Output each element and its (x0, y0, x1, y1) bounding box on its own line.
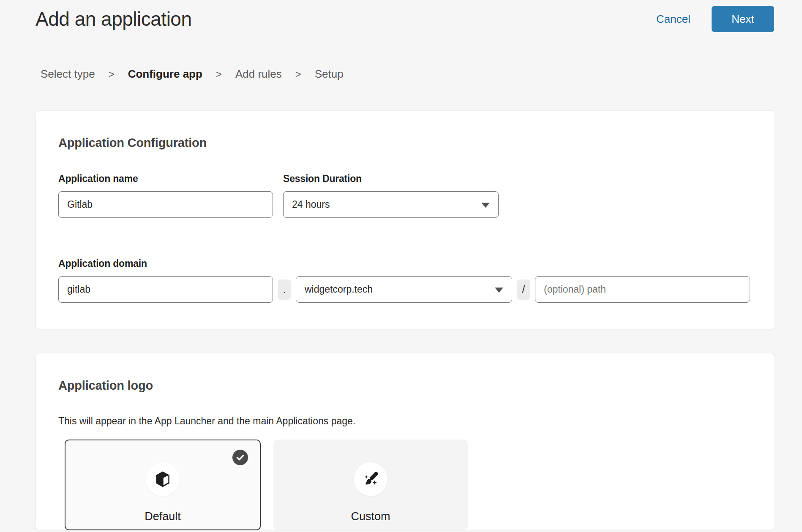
breadcrumb-step-add-rules[interactable]: Add rules (235, 68, 282, 81)
page-header: Add an application Cancel Next (0, 0, 802, 32)
logo-option-custom-label: Custom (274, 510, 467, 523)
check-icon (232, 450, 248, 465)
session-duration-field-group: Session Duration 24 hours (283, 173, 499, 218)
application-domain-row: . widgetcorp.tech / (58, 276, 751, 303)
name-session-row: Application name Session Duration 24 hou… (58, 173, 751, 218)
slash-separator: / (517, 280, 530, 300)
breadcrumb-step-select-type[interactable]: Select type (41, 68, 95, 81)
breadcrumb-separator: > (109, 68, 115, 80)
page-title: Add an application (35, 8, 656, 30)
chevron-down-icon (481, 203, 490, 208)
application-name-input[interactable] (58, 191, 273, 218)
cube-icon (154, 470, 172, 488)
cancel-button[interactable]: Cancel (656, 13, 690, 26)
application-domain-label: Application domain (58, 258, 751, 269)
subdomain-input[interactable] (58, 276, 273, 303)
logo-option-default-label: Default (65, 510, 260, 523)
logo-option-custom[interactable]: Custom (273, 440, 468, 530)
breadcrumb: Select type > Configure app > Add rules … (41, 68, 802, 81)
breadcrumb-separator: > (216, 68, 222, 80)
application-domain-field-group: Application domain . widgetcorp.tech / (58, 258, 751, 303)
session-duration-select[interactable]: 24 hours (283, 191, 499, 218)
application-configuration-heading: Application Configuration (58, 136, 751, 150)
logo-options: Default Custom (65, 440, 751, 530)
chevron-down-icon (495, 288, 503, 293)
application-configuration-card: Application Configuration Application na… (35, 110, 775, 329)
default-logo-circle (146, 462, 180, 496)
domain-select[interactable]: widgetcorp.tech (296, 276, 512, 303)
session-duration-label: Session Duration (283, 173, 499, 185)
application-logo-card: Application logo This will appear in the… (35, 353, 775, 530)
paintbrush-icon (362, 470, 379, 488)
application-name-field-group: Application name (58, 173, 273, 218)
selected-check-badge (232, 450, 248, 465)
domain-select-value: widgetcorp.tech (305, 284, 373, 295)
breadcrumb-separator: > (295, 68, 301, 80)
logo-option-default[interactable]: Default (65, 440, 261, 530)
breadcrumb-step-setup[interactable]: Setup (315, 68, 344, 81)
path-input[interactable] (535, 276, 750, 303)
application-logo-description: This will appear in the App Launcher and… (58, 415, 751, 427)
session-duration-value: 24 hours (292, 199, 330, 210)
application-name-label: Application name (58, 173, 273, 185)
breadcrumb-step-configure-app[interactable]: Configure app (128, 68, 202, 81)
application-logo-heading: Application logo (58, 379, 751, 393)
custom-logo-circle (354, 462, 387, 496)
next-button[interactable]: Next (712, 6, 774, 32)
dot-separator: . (278, 280, 291, 300)
